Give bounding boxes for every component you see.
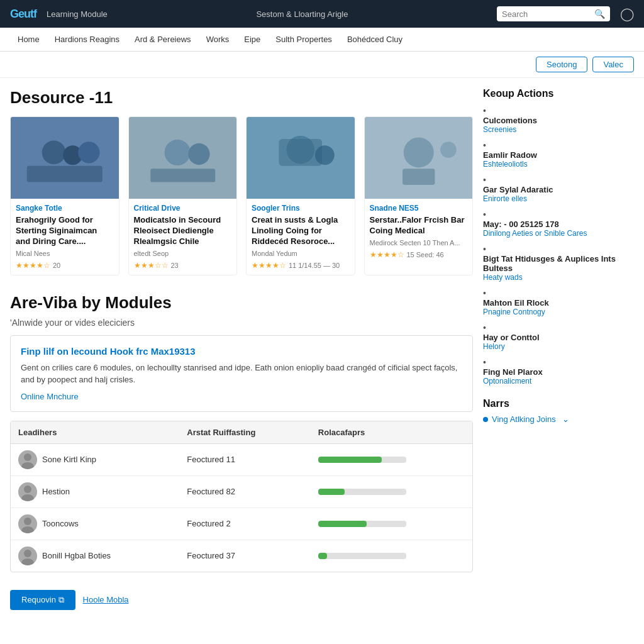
card-tag-0: Sangke Totle (16, 204, 114, 213)
card-reviews-1: 23 (170, 262, 178, 269)
leaderboard-metric-0: Feoctured 11 (179, 443, 311, 475)
center-title: Sestom & Lloarting Arigle (118, 9, 487, 19)
svg-rect-15 (402, 169, 435, 185)
keoup-list: Culcometions Screenies Eamlir Radow Esht… (483, 106, 634, 386)
leaderboard-progress-3 (311, 540, 472, 572)
card-provider-2: Mondal Yedum (252, 250, 350, 257)
app-title: Learning Module (47, 9, 108, 19)
leaderboard-col3: Rolacafaprs (311, 421, 472, 444)
card-body-1: Critical Drive Modicatslo in Secourd Rle… (129, 199, 237, 275)
left-column: Desource -11 Sangke Totle Erahogrily Goo… (10, 88, 473, 613)
keoup-link-6[interactable]: Helory (483, 342, 634, 351)
keoup-item-0: Culcometions Screenies (483, 106, 634, 134)
keoup-item-6: Hay or Conttol Helory (483, 323, 634, 351)
course-card-3[interactable]: Snadne NES5 Serstar..Falor Frcish Bar Co… (364, 116, 474, 275)
course-card-0[interactable]: Sangke Totle Erahogrily Good for Stertin… (10, 116, 119, 275)
card-reviews-0: 20 (53, 262, 60, 269)
primary-action-button[interactable]: Requovin ⧉ (10, 590, 75, 610)
course-card-2[interactable]: Soogler Trins Creat in susts & Logla Lin… (246, 116, 355, 275)
nav-works[interactable]: Works (199, 28, 237, 52)
svg-point-21 (24, 486, 31, 493)
search-icon: 🔍 (594, 9, 605, 19)
search-wrap: 🔍 (497, 6, 610, 21)
nav-bohédced[interactable]: Bohédced Cluy (340, 28, 410, 52)
leaderboard-metric-3: Feoctured 37 (179, 540, 311, 572)
card-image-1 (129, 117, 237, 199)
right-panel: Keoup Actions Culcometions Screenies Eam… (483, 88, 634, 613)
nav-ard[interactable]: Ard & Pereiews (127, 28, 199, 52)
featured-box: Finp lilf on lecound Hook frc Max19313 G… (10, 335, 473, 412)
narrs-title: Narrs (483, 398, 634, 409)
leaderboard-col1: Leadihers (11, 421, 179, 444)
search-input[interactable] (502, 9, 591, 19)
card-stars-2: ★★★★☆ (252, 261, 286, 270)
leaderboard-metric-1: Feoctured 82 (179, 475, 311, 508)
keoup-item-1: Eamlir Radow Eshteleoliotls (483, 140, 634, 169)
card-reviews-2: 11 1/14.55 — 30 (289, 262, 340, 269)
secondary-navigation: Home Hardions Reagins Ard & Pereiews Wor… (0, 28, 644, 52)
module-subtitle: 'Alnwide your or vides eleciciers (10, 318, 473, 328)
nav-eipe[interactable]: Eipe (236, 28, 268, 52)
leaderboard-progress-0 (311, 443, 472, 475)
card-tag-3: Snadne NES5 (370, 204, 468, 213)
keoup-item-4: Bigt Tat Htidusges & Auplices Ints Bulte… (483, 244, 634, 282)
bottom-buttons: Requovin ⧉ Hoole Mobla (10, 581, 473, 613)
card-provider-0: Mical Nees (16, 250, 114, 257)
table-row: Sone Kirtl Kinp Feoctured 11 (11, 443, 472, 475)
leaderboard-metric-2: Feoctured 2 (179, 508, 311, 540)
svg-point-16 (440, 142, 457, 158)
card-stars-0: ★★★★☆ (16, 261, 50, 270)
top-navigation: Geutf Learning Module Sestom & Lloarting… (0, 0, 644, 28)
svg-point-18 (24, 453, 31, 461)
keoup-item-5: Mahton Eil Rlock Pnagine Contnogy (483, 288, 634, 316)
leaderboard-name-1: Hestion (11, 475, 179, 508)
keoup-link-3[interactable]: Dinilong Aeties or Snible Cares (483, 229, 634, 238)
card-tag-2: Soogler Trins (252, 204, 350, 213)
course-card-1[interactable]: Critical Drive Modicatslo in Secourd Rle… (128, 116, 238, 275)
table-row: Bonill Hgbal Boties Feoctured 37 (11, 540, 472, 572)
keoup-link-2[interactable]: Enirorte elles (483, 194, 634, 203)
card-image-3 (365, 117, 473, 199)
nav-hardions[interactable]: Hardions Reagins (47, 28, 127, 52)
card-provider-1: eltedt Seop (134, 250, 232, 257)
chevron-down-icon: ⌄ (562, 414, 569, 424)
logo: Geutf (10, 8, 36, 21)
featured-link[interactable]: Online Mnchure (21, 392, 79, 401)
leaderboard-col2: Arstat Ruiffasting (179, 421, 311, 444)
keoup-link-1[interactable]: Eshteleoliotls (483, 160, 634, 169)
svg-rect-8 (150, 169, 215, 182)
keoup-link-7[interactable]: Optonalicment (483, 377, 634, 386)
svg-point-14 (403, 137, 433, 167)
narrs-label: Ving Atlking Joins (492, 414, 556, 424)
keoup-link-5[interactable]: Pnagine Contnogy (483, 308, 634, 316)
svg-point-24 (24, 518, 31, 525)
user-icon[interactable]: ◯ (620, 6, 634, 21)
filter-valec[interactable]: Valec (592, 57, 634, 72)
nav-sulth[interactable]: Sulth Propertes (268, 28, 340, 52)
svg-point-3 (78, 142, 99, 163)
resource-section-title: Desource -11 (10, 88, 473, 108)
featured-title: Finp lilf on lecound Hook frc Max19313 (21, 346, 462, 357)
filter-row: Seotong Valec (0, 52, 644, 78)
card-image-2 (247, 117, 355, 199)
narrs-item-0[interactable]: Ving Atlking Joins ⌄ (483, 414, 634, 424)
keoup-item-3: May: - 00 25125 178 Dinilong Aeties or S… (483, 209, 634, 238)
link-action-button[interactable]: Hoole Mobla (83, 595, 129, 604)
leaderboard-progress-2 (311, 508, 472, 540)
main-content: Desource -11 Sangke Totle Erahogrily Goo… (0, 78, 644, 623)
filter-seotong[interactable]: Seotong (536, 57, 587, 72)
keoup-link-4[interactable]: Heaty wads (483, 273, 634, 282)
card-reviews-3: 15 Seed: 46 (406, 251, 443, 258)
keoup-link-0[interactable]: Screenies (483, 125, 634, 134)
svg-point-12 (315, 145, 335, 165)
card-body-2: Soogler Trins Creat in susts & Logla Lin… (247, 199, 355, 275)
featured-desc: Gent on crilies care 6 modules, on lecho… (21, 362, 462, 386)
card-title-2: Creat in susts & Logla Linoling Coing fo… (252, 215, 350, 247)
svg-rect-4 (27, 166, 103, 182)
keoup-item-2: Gar Sylal Adaratic Enirorte elles (483, 175, 634, 203)
leaderboard-name-3: Bonill Hgbal Boties (11, 540, 179, 572)
table-row: Hestion Feoctured 82 (11, 475, 472, 508)
keoup-item-7: Fing Nel Plarox Optonalicment (483, 357, 634, 386)
card-title-3: Serstar..Falor Frcish Bar Coing Medical (370, 215, 468, 236)
nav-home[interactable]: Home (10, 28, 47, 52)
